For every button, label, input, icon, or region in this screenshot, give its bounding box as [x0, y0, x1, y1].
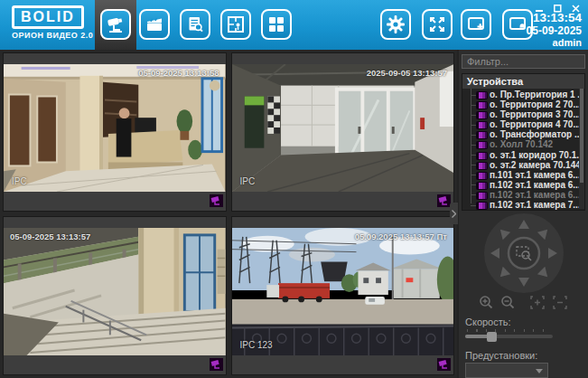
camera-name-overlay: IPC [240, 176, 256, 186]
tree-item-camera[interactable]: о. Холл 70.142 [462, 139, 584, 149]
tab-video-archive[interactable] [139, 9, 170, 40]
tree-item-camera[interactable]: о. Территория 3 70.... [462, 109, 584, 119]
camera-device-icon [477, 142, 487, 148]
focus-near-button[interactable] [529, 295, 546, 310]
tile-footer [232, 192, 454, 211]
logged-user: admin [527, 37, 582, 49]
tile-header [4, 217, 226, 228]
camera-scene-reception [4, 64, 226, 192]
presets-label: Предустановки: [465, 350, 582, 361]
camera-device-icon [477, 153, 487, 159]
camera-tile-2: 2025-09-05 13:13:57 IPC [231, 52, 455, 212]
tree-item-camera[interactable]: о. Территория 4 70.... [462, 119, 584, 129]
camera-tile-4: 05.09.2025 13:13:57 Пт IPC 123 [231, 216, 455, 375]
tree-scrollbar[interactable] [579, 89, 584, 209]
filter-input[interactable] [462, 54, 585, 69]
ptz-zoom-focus-row [479, 295, 568, 310]
app-title: ОРИОН ВИДЕО 2.0 [12, 31, 93, 40]
tree-item-camera[interactable]: о. Пр.Территория 1 ... [462, 90, 584, 99]
camera-status-icon[interactable] [210, 358, 223, 371]
preset-controls: Предустановки: [462, 344, 585, 361]
tile-header [232, 217, 454, 228]
camera-grid: 05-09-2025 13:13:58 IPC [0, 50, 457, 378]
timestamp-overlay: 05.09.2025 13:13:57 Пт [355, 232, 447, 241]
camera-device-icon [477, 122, 487, 128]
camera-device-icon [477, 173, 487, 179]
ptz-panel: Скорость: Предустановки: [462, 211, 585, 378]
ptz-area-zoom-button[interactable] [509, 238, 539, 269]
camera-view-1[interactable]: 05-09-2025 13:13:58 IPC [4, 64, 226, 192]
camera-device-icon [477, 183, 487, 189]
camera-device-icon [477, 102, 487, 109]
speed-label: Скорость: [465, 317, 582, 327]
tile-header [4, 53, 226, 64]
tab-live-view[interactable] [100, 9, 131, 40]
ptz-controls: Скорость: [462, 310, 585, 327]
camera-device-icon [477, 193, 487, 199]
add-monitor-button[interactable] [461, 9, 491, 40]
timestamp-overlay: 05-09-2025 13:13:57 [10, 232, 90, 241]
tree-item-camera[interactable]: о. Территория 2 70.... [462, 99, 584, 109]
monitor-plus-icon [466, 14, 486, 34]
preset-dropdown[interactable] [465, 363, 548, 378]
device-sidebar: Устройства о. Пр.Территория 1 ... о. Тер… [459, 50, 588, 378]
document-search-icon [185, 14, 205, 34]
gear-icon [386, 14, 406, 34]
zoom-in-button[interactable] [479, 295, 494, 310]
cctv-camera-icon [106, 14, 126, 34]
clock-date: 05-09-2025 [527, 24, 582, 37]
app-logo: BOLID ОРИОН ВИДЕО 2.0 [12, 5, 93, 40]
timestamp-overlay: 05-09-2025 13:13:58 [138, 68, 219, 78]
camera-view-3[interactable]: 05-09-2025 13:13:57 [4, 228, 226, 355]
camera-status-icon[interactable] [437, 358, 451, 371]
camera-tile-3: 05-09-2025 13:13:57 [3, 216, 227, 375]
monitor-bell-icon [508, 14, 527, 34]
slider-ticks [467, 329, 551, 332]
tile-footer [4, 192, 226, 211]
zoom-out-button[interactable] [500, 295, 516, 310]
speed-slider[interactable] [465, 329, 553, 344]
camera-device-icon [477, 132, 487, 138]
sidebar-collapse-handle[interactable] [450, 203, 458, 224]
tile-header [232, 53, 454, 64]
camera-device-icon [477, 163, 487, 169]
camera-scene-substation [232, 228, 454, 355]
camera-view-4[interactable]: 05.09.2025 13:13:57 Пт IPC 123 [232, 228, 454, 355]
tab-view-layouts[interactable] [261, 9, 292, 40]
settings-button[interactable] [380, 9, 411, 40]
camera-status-icon[interactable] [210, 194, 223, 207]
camera-scene-entrance [4, 228, 226, 355]
tile-footer [232, 355, 454, 374]
tree-item-camera[interactable]: п.102 эт.1 камера 6... [462, 180, 584, 190]
ptz-pad[interactable] [484, 213, 564, 293]
expand-arrows-icon [427, 14, 447, 34]
session-info: 13:13:54 05-09-2025 admin [527, 12, 582, 49]
scrollbar-thumb[interactable] [580, 89, 583, 183]
camera-device-icon [477, 92, 487, 99]
floor-plan-icon [226, 14, 246, 34]
tree-item-camera[interactable]: о. эт.1 коридор 70.1... [462, 150, 584, 160]
tree-item-camera[interactable]: о. Трансформатор ... [462, 129, 584, 139]
tab-log-search[interactable] [180, 9, 210, 40]
slider-thumb[interactable] [487, 332, 497, 342]
focus-far-button[interactable] [552, 295, 568, 310]
chevron-right-icon [452, 210, 456, 218]
bolid-logo: BOLID [12, 5, 84, 29]
camera-tile-1: 05-09-2025 13:13:58 IPC [3, 52, 227, 212]
chevron-down-icon [536, 369, 543, 373]
camera-name-overlay: IPC [12, 176, 27, 186]
camera-device-icon [477, 112, 487, 118]
tree-item-camera[interactable]: п.102 эт.1 камера 7... [462, 200, 584, 210]
tree-item-camera[interactable]: п.102 эт.1 камера 6... [462, 190, 584, 200]
tile-footer [4, 355, 226, 374]
tree-item-camera[interactable]: п.101 эт.1 камера 6... [462, 170, 584, 180]
tree-root-devices[interactable]: Устройства [462, 74, 584, 89]
device-tree: Устройства о. Пр.Территория 1 ... о. Тер… [462, 73, 585, 211]
tree-item-camera[interactable]: о. эт.2 камера 70.144 [462, 160, 584, 170]
camera-scene-hall [232, 64, 454, 192]
fullscreen-button[interactable] [422, 9, 453, 40]
tab-floor-plan[interactable] [220, 9, 251, 40]
clapperboard-icon [145, 14, 164, 34]
camera-status-icon[interactable] [437, 194, 451, 207]
camera-view-2[interactable]: 2025-09-05 13:13:57 IPC [232, 64, 454, 192]
